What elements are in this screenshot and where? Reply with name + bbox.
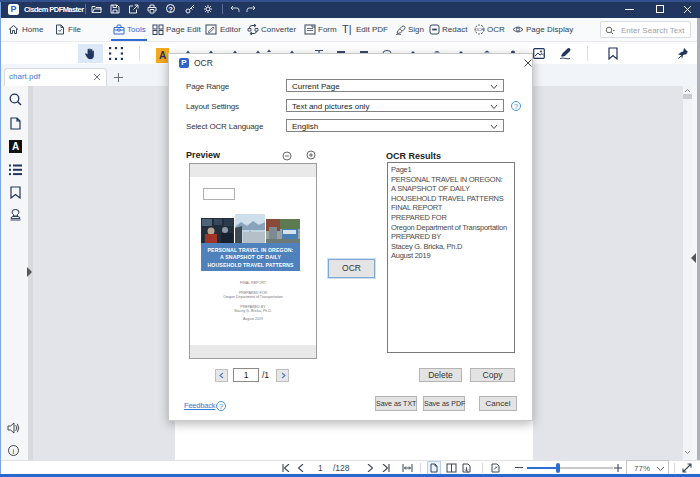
svg-text:n: n [467, 470, 469, 473]
svg-text:OCR: OCR [475, 27, 484, 32]
